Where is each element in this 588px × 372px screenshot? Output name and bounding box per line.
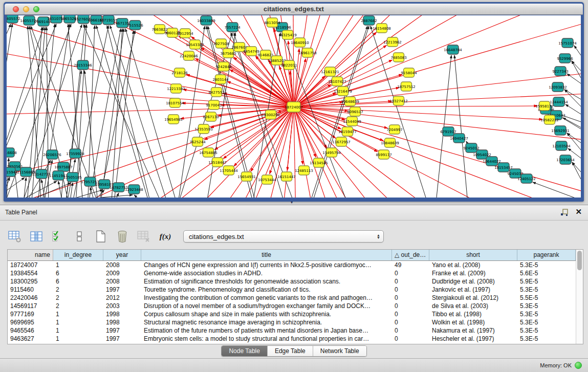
table-panel-title: Table Panel [5, 209, 37, 216]
graph-node-label: 12485113 [295, 169, 313, 173]
graph-node-label: 7515526 [127, 24, 143, 28]
table-cell: Tourette syndrome. Phenomenology and cla… [141, 286, 392, 294]
function-builder-icon[interactable]: f(x) [158, 229, 173, 244]
delete-column-trash-icon[interactable] [115, 229, 130, 244]
table-row[interactable]: 911546021997Tourette syndrome. Phenomeno… [8, 286, 576, 294]
graph-node-label: 8912954 [177, 32, 193, 36]
table-cell: 0 [392, 318, 429, 326]
graph-node-label: 12213383 [167, 87, 185, 91]
graph-node-label: 15495794 [322, 151, 341, 155]
black-edge [76, 25, 86, 198]
column-header-pagerank[interactable]: pagerank [517, 250, 576, 260]
minimize-window-icon[interactable] [23, 6, 29, 12]
table-mode-icon[interactable] [7, 229, 23, 244]
table-row[interactable]: 1830029562008Estimation of significance … [8, 277, 576, 286]
graph-node-label: 12353593 [194, 127, 213, 132]
table-scrollbar[interactable] [576, 250, 583, 344]
graph-node-label: 2887682 [361, 19, 377, 23]
table-cell: 0 [392, 302, 429, 310]
close-panel-icon[interactable]: ✕ [575, 207, 582, 216]
table-row[interactable]: 1456911722003Disruption of a novel membe… [8, 302, 576, 310]
table-cell: 5.3E-5 [517, 326, 576, 335]
table-cell: 2008 [103, 277, 141, 286]
table-row[interactable]: 946362711997Embryonic stem cells: a mode… [8, 335, 576, 343]
zoom-window-icon[interactable] [33, 6, 39, 12]
tab-node-table[interactable]: Node Table [222, 346, 267, 356]
graph-node-label: 10159477 [338, 130, 357, 134]
table-cell: Hescheler et al. (1997) [429, 335, 517, 343]
graph-node-label: 6791917 [440, 130, 456, 134]
column-header-name[interactable]: name [8, 250, 53, 260]
table-source-select[interactable]: citations_edges.txt ▲▼ [183, 230, 384, 243]
table-cell: 9463627 [8, 335, 53, 343]
red-edge [7, 15, 294, 107]
panel-splitter-handle[interactable]: ▾ [288, 201, 296, 205]
table-row[interactable]: 969969511998Structural magnetic resonanc… [8, 318, 576, 326]
graph-node-label: 10582212 [540, 118, 559, 122]
float-panel-icon[interactable] [560, 209, 569, 216]
graph-node-label: 18640910 [291, 41, 309, 45]
table-header-row: namein_degreeyeartitle△ out_de…shortpage… [8, 250, 576, 261]
graph-node-label: 10753444 [258, 178, 276, 182]
graph-node-label: 2867608 [231, 46, 247, 50]
table-cell: 5.6E-5 [517, 269, 576, 277]
graph-node-label: 7357224 [224, 26, 241, 30]
row-height-icon[interactable] [72, 229, 87, 244]
table-row[interactable]: 2242004622012Investigating the contribut… [8, 294, 576, 302]
graph-node-label: 18757512 [397, 85, 416, 89]
table-cell: 0 [392, 277, 429, 286]
network-canvas[interactable]: 3405572140557242069140618310754106532671… [7, 15, 581, 198]
table-cell: 1998 [103, 318, 141, 326]
select-columns-icon[interactable] [29, 229, 44, 244]
column-header-out_de[interactable]: △ out_de… [392, 250, 429, 260]
red-edge [294, 107, 316, 157]
table-cell: Wolkin et al. (1998) [429, 318, 517, 326]
graph-node-label: 18300295 [262, 113, 280, 117]
table-row[interactable]: 946554611997Estimation of the future num… [8, 326, 576, 335]
table-row[interactable]: 1872400712008Changes of HCN gene express… [8, 261, 576, 269]
black-edge [67, 25, 85, 198]
graph-node-label: 15654931 [237, 175, 256, 179]
network-view-window: citations_edges.txt 34055721405572420691… [4, 2, 584, 202]
table-cell: 1 [53, 318, 103, 326]
new-column-icon[interactable] [93, 229, 108, 244]
graph-node-label: 12923448 [125, 188, 143, 192]
graph-node-label: 16325419 [278, 33, 297, 37]
graph-node-label: 9170041 [206, 103, 222, 107]
black-edge [101, 195, 133, 198]
tab-edge-table[interactable]: Edge Table [267, 346, 313, 356]
select-all-rows-icon[interactable] [50, 229, 66, 244]
graph-node-label: 9158044 [401, 71, 417, 75]
table-cell: 2009 [103, 269, 141, 277]
column-header-short[interactable]: short [429, 250, 517, 260]
graph-node-label: 3927508 [213, 42, 229, 46]
table-scrollbar-thumb[interactable] [577, 251, 582, 270]
window-title: citations_edges.txt [5, 4, 583, 15]
graph-node-label: 15134545 [310, 161, 328, 165]
citation-network-graph[interactable]: 3405572140557242069140618310754106532671… [7, 15, 581, 198]
table-cell: 5.5E-5 [517, 294, 576, 302]
table-cell: 5.3E-5 [517, 261, 576, 269]
column-header-title[interactable]: title [141, 250, 392, 260]
table-cell: 19384554 [8, 269, 53, 277]
table-cell: 0 [392, 310, 429, 318]
delete-table-icon[interactable] [136, 229, 151, 244]
graph-node-label: 17359928 [66, 152, 84, 156]
graph-node-label: 9242844 [215, 65, 232, 69]
graph-node-label: 8822031 [281, 63, 297, 68]
black-edge [567, 74, 581, 83]
close-window-icon[interactable] [13, 6, 19, 12]
window-titlebar[interactable]: citations_edges.txt [5, 4, 583, 15]
graph-node-label: 13518447 [208, 161, 227, 165]
tab-network-table[interactable]: Network Table [313, 346, 366, 356]
table-cell: 1998 [103, 310, 141, 318]
dropdown-arrows-icon: ▲▼ [377, 234, 380, 239]
status-bar: Memory: OK [0, 358, 588, 372]
table-cell: 14569117 [8, 302, 53, 310]
table-row[interactable]: 977716911998Corpus callosum shape and si… [8, 310, 576, 318]
column-header-year[interactable]: year [103, 250, 141, 260]
table-cell: 18300295 [8, 277, 53, 286]
table-cell: 2008 [103, 261, 141, 269]
table-row[interactable]: 1938455462009Genome-wide association stu… [8, 269, 576, 277]
column-header-in_degree[interactable]: in_degree [53, 250, 103, 260]
